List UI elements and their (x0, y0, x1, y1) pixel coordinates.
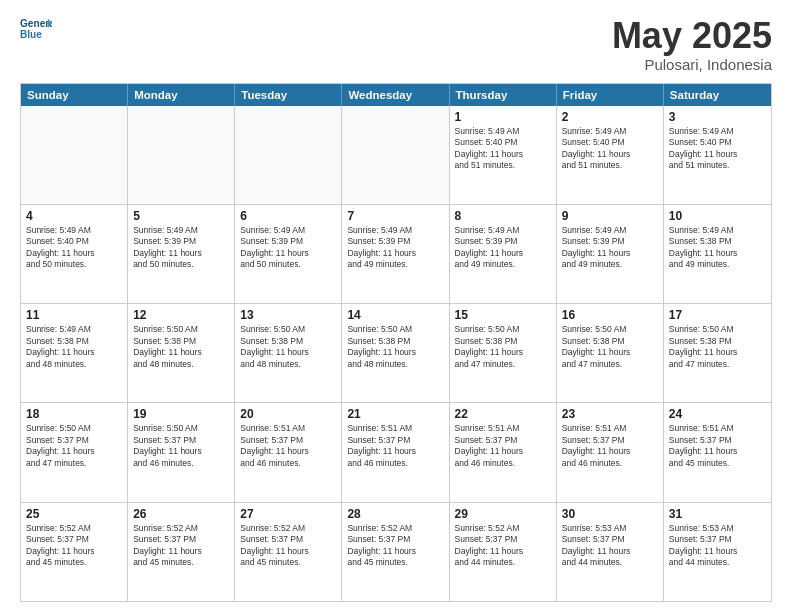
title-block: May 2025 Pulosari, Indonesia (612, 16, 772, 73)
table-row: 22Sunrise: 5:51 AM Sunset: 5:37 PM Dayli… (450, 403, 557, 501)
cell-info: Sunrise: 5:51 AM Sunset: 5:37 PM Dayligh… (240, 423, 336, 469)
table-row (342, 106, 449, 204)
cell-info: Sunrise: 5:51 AM Sunset: 5:37 PM Dayligh… (347, 423, 443, 469)
table-row: 7Sunrise: 5:49 AM Sunset: 5:39 PM Daylig… (342, 205, 449, 303)
day-number: 3 (669, 110, 766, 124)
header-friday: Friday (557, 84, 664, 106)
svg-text:General: General (20, 18, 52, 29)
table-row: 5Sunrise: 5:49 AM Sunset: 5:39 PM Daylig… (128, 205, 235, 303)
table-row: 9Sunrise: 5:49 AM Sunset: 5:39 PM Daylig… (557, 205, 664, 303)
svg-text:Blue: Blue (20, 29, 42, 40)
table-row: 24Sunrise: 5:51 AM Sunset: 5:37 PM Dayli… (664, 403, 771, 501)
cell-info: Sunrise: 5:50 AM Sunset: 5:38 PM Dayligh… (133, 324, 229, 370)
cell-info: Sunrise: 5:49 AM Sunset: 5:40 PM Dayligh… (455, 126, 551, 172)
table-row: 12Sunrise: 5:50 AM Sunset: 5:38 PM Dayli… (128, 304, 235, 402)
day-number: 12 (133, 308, 229, 322)
cell-info: Sunrise: 5:52 AM Sunset: 5:37 PM Dayligh… (26, 523, 122, 569)
table-row: 17Sunrise: 5:50 AM Sunset: 5:38 PM Dayli… (664, 304, 771, 402)
calendar-header: Sunday Monday Tuesday Wednesday Thursday… (21, 84, 771, 106)
table-row: 3Sunrise: 5:49 AM Sunset: 5:40 PM Daylig… (664, 106, 771, 204)
cell-info: Sunrise: 5:49 AM Sunset: 5:40 PM Dayligh… (562, 126, 658, 172)
header-thursday: Thursday (450, 84, 557, 106)
day-number: 1 (455, 110, 551, 124)
day-number: 9 (562, 209, 658, 223)
cell-info: Sunrise: 5:49 AM Sunset: 5:40 PM Dayligh… (26, 225, 122, 271)
header-sunday: Sunday (21, 84, 128, 106)
table-row: 26Sunrise: 5:52 AM Sunset: 5:37 PM Dayli… (128, 503, 235, 601)
cal-row-2: 4Sunrise: 5:49 AM Sunset: 5:40 PM Daylig… (21, 204, 771, 303)
table-row: 18Sunrise: 5:50 AM Sunset: 5:37 PM Dayli… (21, 403, 128, 501)
cell-info: Sunrise: 5:50 AM Sunset: 5:38 PM Dayligh… (347, 324, 443, 370)
header-saturday: Saturday (664, 84, 771, 106)
cal-row-3: 11Sunrise: 5:49 AM Sunset: 5:38 PM Dayli… (21, 303, 771, 402)
table-row: 21Sunrise: 5:51 AM Sunset: 5:37 PM Dayli… (342, 403, 449, 501)
day-number: 18 (26, 407, 122, 421)
table-row: 4Sunrise: 5:49 AM Sunset: 5:40 PM Daylig… (21, 205, 128, 303)
cell-info: Sunrise: 5:49 AM Sunset: 5:40 PM Dayligh… (669, 126, 766, 172)
day-number: 10 (669, 209, 766, 223)
day-number: 29 (455, 507, 551, 521)
table-row (128, 106, 235, 204)
cell-info: Sunrise: 5:49 AM Sunset: 5:39 PM Dayligh… (562, 225, 658, 271)
cell-info: Sunrise: 5:53 AM Sunset: 5:37 PM Dayligh… (562, 523, 658, 569)
cell-info: Sunrise: 5:50 AM Sunset: 5:37 PM Dayligh… (133, 423, 229, 469)
cell-info: Sunrise: 5:49 AM Sunset: 5:38 PM Dayligh… (26, 324, 122, 370)
table-row (21, 106, 128, 204)
day-number: 27 (240, 507, 336, 521)
table-row: 19Sunrise: 5:50 AM Sunset: 5:37 PM Dayli… (128, 403, 235, 501)
table-row: 31Sunrise: 5:53 AM Sunset: 5:37 PM Dayli… (664, 503, 771, 601)
cell-info: Sunrise: 5:49 AM Sunset: 5:39 PM Dayligh… (240, 225, 336, 271)
table-row: 30Sunrise: 5:53 AM Sunset: 5:37 PM Dayli… (557, 503, 664, 601)
cell-info: Sunrise: 5:49 AM Sunset: 5:39 PM Dayligh… (133, 225, 229, 271)
header-wednesday: Wednesday (342, 84, 449, 106)
table-row: 2Sunrise: 5:49 AM Sunset: 5:40 PM Daylig… (557, 106, 664, 204)
day-number: 16 (562, 308, 658, 322)
cell-info: Sunrise: 5:50 AM Sunset: 5:38 PM Dayligh… (562, 324, 658, 370)
cell-info: Sunrise: 5:50 AM Sunset: 5:38 PM Dayligh… (455, 324, 551, 370)
logo: General Blue (20, 16, 52, 44)
logo-icon: General Blue (20, 16, 52, 44)
table-row: 20Sunrise: 5:51 AM Sunset: 5:37 PM Dayli… (235, 403, 342, 501)
table-row (235, 106, 342, 204)
table-row: 1Sunrise: 5:49 AM Sunset: 5:40 PM Daylig… (450, 106, 557, 204)
day-number: 31 (669, 507, 766, 521)
table-row: 23Sunrise: 5:51 AM Sunset: 5:37 PM Dayli… (557, 403, 664, 501)
table-row: 28Sunrise: 5:52 AM Sunset: 5:37 PM Dayli… (342, 503, 449, 601)
day-number: 8 (455, 209, 551, 223)
day-number: 22 (455, 407, 551, 421)
day-number: 25 (26, 507, 122, 521)
cell-info: Sunrise: 5:50 AM Sunset: 5:37 PM Dayligh… (26, 423, 122, 469)
day-number: 21 (347, 407, 443, 421)
day-number: 2 (562, 110, 658, 124)
header-tuesday: Tuesday (235, 84, 342, 106)
day-number: 19 (133, 407, 229, 421)
table-row: 16Sunrise: 5:50 AM Sunset: 5:38 PM Dayli… (557, 304, 664, 402)
header-monday: Monday (128, 84, 235, 106)
day-number: 6 (240, 209, 336, 223)
cell-info: Sunrise: 5:49 AM Sunset: 5:39 PM Dayligh… (347, 225, 443, 271)
day-number: 14 (347, 308, 443, 322)
table-row: 6Sunrise: 5:49 AM Sunset: 5:39 PM Daylig… (235, 205, 342, 303)
calendar-body: 1Sunrise: 5:49 AM Sunset: 5:40 PM Daylig… (21, 106, 771, 601)
cell-info: Sunrise: 5:50 AM Sunset: 5:38 PM Dayligh… (669, 324, 766, 370)
day-number: 26 (133, 507, 229, 521)
table-row: 27Sunrise: 5:52 AM Sunset: 5:37 PM Dayli… (235, 503, 342, 601)
cell-info: Sunrise: 5:52 AM Sunset: 5:37 PM Dayligh… (347, 523, 443, 569)
cell-info: Sunrise: 5:52 AM Sunset: 5:37 PM Dayligh… (455, 523, 551, 569)
cell-info: Sunrise: 5:49 AM Sunset: 5:38 PM Dayligh… (669, 225, 766, 271)
day-number: 30 (562, 507, 658, 521)
day-number: 13 (240, 308, 336, 322)
month-title: May 2025 (612, 16, 772, 56)
day-number: 20 (240, 407, 336, 421)
cal-row-5: 25Sunrise: 5:52 AM Sunset: 5:37 PM Dayli… (21, 502, 771, 601)
cal-row-1: 1Sunrise: 5:49 AM Sunset: 5:40 PM Daylig… (21, 106, 771, 204)
table-row: 13Sunrise: 5:50 AM Sunset: 5:38 PM Dayli… (235, 304, 342, 402)
table-row: 10Sunrise: 5:49 AM Sunset: 5:38 PM Dayli… (664, 205, 771, 303)
cell-info: Sunrise: 5:52 AM Sunset: 5:37 PM Dayligh… (240, 523, 336, 569)
day-number: 17 (669, 308, 766, 322)
day-number: 28 (347, 507, 443, 521)
cell-info: Sunrise: 5:51 AM Sunset: 5:37 PM Dayligh… (669, 423, 766, 469)
day-number: 23 (562, 407, 658, 421)
cell-info: Sunrise: 5:50 AM Sunset: 5:38 PM Dayligh… (240, 324, 336, 370)
day-number: 5 (133, 209, 229, 223)
